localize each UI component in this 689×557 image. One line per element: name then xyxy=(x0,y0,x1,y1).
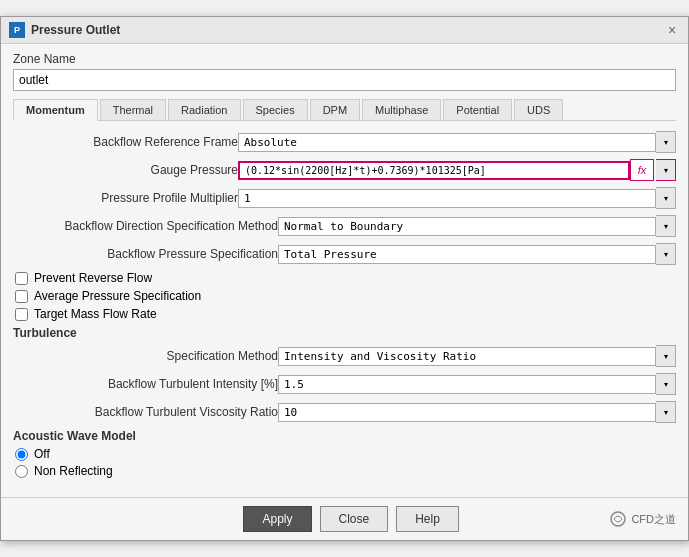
title-bar: P Pressure Outlet × xyxy=(1,17,688,44)
backflow-pressure-dropdown[interactable]: ▾ xyxy=(656,243,676,265)
backflow-intensity-control: ▾ xyxy=(278,373,676,395)
acoustic-off-row: Off xyxy=(15,447,676,461)
backflow-viscosity-row: Backflow Turbulent Viscosity Ratio ▾ xyxy=(13,401,676,423)
tab-bar: Momentum Thermal Radiation Species DPM M… xyxy=(13,99,676,121)
spec-method-dropdown[interactable]: ▾ xyxy=(656,345,676,367)
tab-radiation[interactable]: Radiation xyxy=(168,99,240,120)
tab-species[interactable]: Species xyxy=(243,99,308,120)
window-title: Pressure Outlet xyxy=(31,23,120,37)
backflow-pressure-label: Backflow Pressure Specification xyxy=(13,247,278,261)
avg-pressure-row: Average Pressure Specification xyxy=(15,289,676,303)
gauge-pressure-label: Gauge Pressure xyxy=(13,163,238,177)
pressure-profile-label: Pressure Profile Multiplier xyxy=(13,191,238,205)
tab-dpm[interactable]: DPM xyxy=(310,99,360,120)
prevent-reverse-flow-row: Prevent Reverse Flow xyxy=(15,271,676,285)
avg-pressure-label: Average Pressure Specification xyxy=(34,289,201,303)
turbulence-section: Turbulence Specification Method ▾ Backfl… xyxy=(13,326,676,423)
backflow-viscosity-label: Backflow Turbulent Viscosity Ratio xyxy=(13,405,278,419)
acoustic-non-reflecting-row: Non Reflecting xyxy=(15,464,676,478)
target-mass-row: Target Mass Flow Rate xyxy=(15,307,676,321)
target-mass-label: Target Mass Flow Rate xyxy=(34,307,157,321)
pressure-profile-dropdown[interactable]: ▾ xyxy=(656,187,676,209)
window-icon: P xyxy=(9,22,25,38)
backflow-ref-frame-row: Backflow Reference Frame ▾ xyxy=(13,131,676,153)
turbulence-title: Turbulence xyxy=(13,326,676,340)
backflow-pressure-row: Backflow Pressure Specification ▾ xyxy=(13,243,676,265)
close-button[interactable]: Close xyxy=(320,506,389,532)
brand-name: CFD之道 xyxy=(631,512,676,527)
gauge-pressure-input[interactable] xyxy=(238,161,630,180)
backflow-intensity-row: Backflow Turbulent Intensity [%] ▾ xyxy=(13,373,676,395)
backflow-pressure-control: ▾ xyxy=(278,243,676,265)
backflow-pressure-input[interactable] xyxy=(278,245,656,264)
avg-pressure-checkbox[interactable] xyxy=(15,290,28,303)
prevent-reverse-flow-label: Prevent Reverse Flow xyxy=(34,271,152,285)
spec-method-label: Specification Method xyxy=(13,349,278,363)
brand-logo: CFD之道 xyxy=(609,510,676,528)
prevent-reverse-flow-checkbox[interactable] xyxy=(15,272,28,285)
svg-point-0 xyxy=(611,512,625,526)
backflow-dir-dropdown[interactable]: ▾ xyxy=(656,215,676,237)
backflow-intensity-label: Backflow Turbulent Intensity [%] xyxy=(13,377,278,391)
pressure-profile-control: ▾ xyxy=(238,187,676,209)
tab-multiphase[interactable]: Multiphase xyxy=(362,99,441,120)
backflow-viscosity-input[interactable] xyxy=(278,403,656,422)
gauge-pressure-fx-button[interactable]: fx xyxy=(630,159,654,181)
spec-method-control: ▾ xyxy=(278,345,676,367)
help-button[interactable]: Help xyxy=(396,506,459,532)
pressure-profile-row: Pressure Profile Multiplier ▾ xyxy=(13,187,676,209)
title-bar-left: P Pressure Outlet xyxy=(9,22,120,38)
acoustic-section: Acoustic Wave Model Off Non Reflecting xyxy=(13,429,676,478)
acoustic-non-reflecting-label: Non Reflecting xyxy=(34,464,113,478)
backflow-viscosity-dropdown[interactable]: ▾ xyxy=(656,401,676,423)
spec-method-input[interactable] xyxy=(278,347,656,366)
pressure-outlet-dialog: P Pressure Outlet × Zone Name Momentum T… xyxy=(0,16,689,541)
backflow-ref-frame-dropdown[interactable]: ▾ xyxy=(656,131,676,153)
footer-buttons: Apply Close Help xyxy=(93,506,609,532)
backflow-dir-control: ▾ xyxy=(278,215,676,237)
dialog-footer: Apply Close Help CFD之道 xyxy=(1,497,688,540)
close-window-button[interactable]: × xyxy=(664,22,680,38)
acoustic-off-radio[interactable] xyxy=(15,448,28,461)
backflow-ref-frame-input[interactable] xyxy=(238,133,656,152)
pressure-profile-input[interactable] xyxy=(238,189,656,208)
backflow-ref-frame-label: Backflow Reference Frame xyxy=(13,135,238,149)
acoustic-off-label: Off xyxy=(34,447,50,461)
backflow-dir-input[interactable] xyxy=(278,217,656,236)
backflow-viscosity-control: ▾ xyxy=(278,401,676,423)
brand-icon xyxy=(609,510,627,528)
apply-button[interactable]: Apply xyxy=(243,506,311,532)
zone-name-label: Zone Name xyxy=(13,52,676,66)
gauge-pressure-row: Gauge Pressure fx ▾ xyxy=(13,159,676,181)
tab-uds[interactable]: UDS xyxy=(514,99,563,120)
zone-name-input[interactable] xyxy=(13,69,676,91)
gauge-pressure-dropdown[interactable]: ▾ xyxy=(656,159,676,181)
backflow-dir-label: Backflow Direction Specification Method xyxy=(13,219,278,233)
tab-thermal[interactable]: Thermal xyxy=(100,99,166,120)
backflow-ref-frame-control: ▾ xyxy=(238,131,676,153)
gauge-pressure-control: fx ▾ xyxy=(238,159,676,181)
backflow-dir-row: Backflow Direction Specification Method … xyxy=(13,215,676,237)
acoustic-title: Acoustic Wave Model xyxy=(13,429,676,443)
tab-momentum[interactable]: Momentum xyxy=(13,99,98,121)
backflow-intensity-dropdown[interactable]: ▾ xyxy=(656,373,676,395)
tab-potential[interactable]: Potential xyxy=(443,99,512,120)
spec-method-row: Specification Method ▾ xyxy=(13,345,676,367)
acoustic-non-reflecting-radio[interactable] xyxy=(15,465,28,478)
dialog-content: Zone Name Momentum Thermal Radiation Spe… xyxy=(1,44,688,489)
target-mass-checkbox[interactable] xyxy=(15,308,28,321)
backflow-intensity-input[interactable] xyxy=(278,375,656,394)
